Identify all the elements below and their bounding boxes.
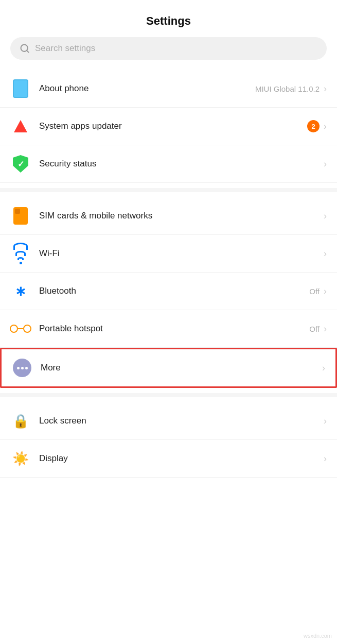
security-status-item[interactable]: Security status ›: [0, 145, 337, 183]
sim-cards-label: SIM cards & mobile networks: [39, 211, 152, 221]
bluetooth-chevron: ›: [324, 286, 327, 297]
shield-icon: [10, 154, 31, 174]
search-placeholder: Search settings: [35, 43, 95, 54]
more-chevron: ›: [322, 363, 325, 374]
portable-hotspot-item[interactable]: Portable hotspot Off ›: [0, 310, 337, 348]
system-apps-chevron: ›: [324, 121, 327, 132]
sun-icon: ☀️: [10, 448, 31, 469]
bluetooth-item[interactable]: ∗ Bluetooth Off ›: [0, 273, 337, 310]
svg-line-1: [27, 50, 29, 53]
lock-screen-chevron: ›: [324, 416, 327, 427]
lock-screen-label: Lock screen: [39, 416, 86, 426]
sim-cards-item[interactable]: SIM cards & mobile networks ›: [0, 197, 337, 235]
section-top: About phone MIUI Global 11.0.2 › System …: [0, 70, 337, 183]
more-label: More: [41, 363, 61, 372]
system-apps-updater-item[interactable]: System apps updater 2 ›: [0, 108, 337, 145]
page-title: Settings: [0, 0, 337, 37]
security-status-chevron: ›: [324, 159, 327, 170]
bluetooth-icon: ∗: [10, 281, 31, 301]
divider-2: [0, 393, 337, 397]
divider-1: [0, 188, 337, 192]
lock-screen-item[interactable]: 🔒 Lock screen ›: [0, 402, 337, 440]
bluetooth-label: Bluetooth: [39, 286, 76, 296]
phone-icon: [10, 78, 31, 99]
display-item[interactable]: ☀️ Display ›: [0, 440, 337, 478]
display-chevron: ›: [324, 453, 327, 464]
wifi-icon: [10, 243, 31, 264]
search-icon: [20, 43, 30, 54]
bluetooth-value: Off: [309, 287, 320, 296]
sim-cards-chevron: ›: [324, 211, 327, 222]
system-apps-label: System apps updater: [39, 121, 122, 131]
lock-icon: 🔒: [10, 411, 31, 431]
about-phone-chevron: ›: [324, 83, 327, 94]
arrow-up-icon: [10, 116, 31, 137]
security-status-label: Security status: [39, 159, 97, 168]
sim-icon: [10, 206, 31, 226]
search-bar[interactable]: Search settings: [10, 37, 327, 60]
display-label: Display: [39, 453, 68, 463]
watermark: wsxdn.com: [304, 633, 332, 639]
about-phone-label: About phone: [39, 83, 88, 93]
section-display: 🔒 Lock screen › ☀️ Display ›: [0, 402, 337, 478]
more-icon: [12, 358, 32, 378]
system-apps-badge: 2: [307, 120, 320, 132]
section-network: SIM cards & mobile networks › Wi-Fi › ∗: [0, 197, 337, 388]
about-phone-item[interactable]: About phone MIUI Global 11.0.2 ›: [0, 70, 337, 108]
hotspot-label: Portable hotspot: [39, 324, 103, 333]
about-phone-value: MIUI Global 11.0.2: [255, 84, 320, 93]
hotspot-chevron: ›: [324, 324, 327, 334]
wifi-label: Wi-Fi: [39, 248, 60, 258]
hotspot-icon: [10, 318, 31, 339]
wifi-chevron: ›: [324, 248, 327, 259]
more-item[interactable]: More ›: [0, 348, 337, 388]
wifi-item[interactable]: Wi-Fi ›: [0, 235, 337, 273]
hotspot-value: Off: [309, 325, 320, 333]
